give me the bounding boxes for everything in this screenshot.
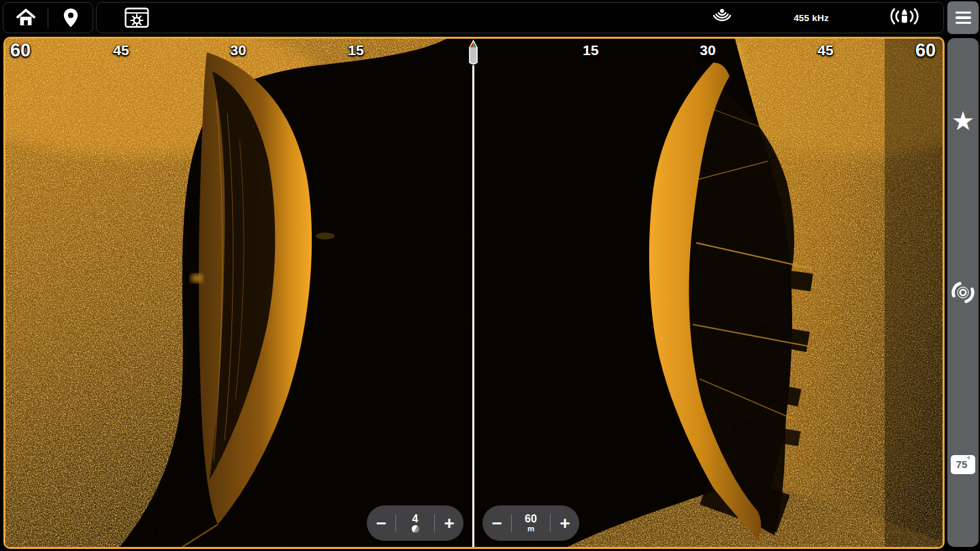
center-track-line — [472, 67, 474, 547]
favorite-waypoint-button[interactable]: ★ — [947, 107, 979, 135]
sensitivity-decrease-button[interactable]: − — [367, 506, 395, 540]
range-label-left-45: 45 — [113, 42, 129, 59]
main-toolbar-group: 455 kHz — [96, 2, 944, 33]
sonar-beam-indicator — [710, 6, 734, 29]
range-label-left-15: 15 — [348, 42, 363, 59]
top-toolbar: 455 kHz — [0, 0, 980, 35]
range-decrease-button[interactable]: − — [483, 506, 511, 540]
side-imaging-view[interactable]: 60 45 30 15 15 30 45 60 − 4 + − — [3, 37, 945, 549]
sensitivity-increase-button[interactable]: + — [435, 506, 463, 540]
sensitivity-number: 4 — [412, 514, 419, 525]
right-sidebar: ★ 75° — [947, 38, 979, 547]
spin-view-button[interactable] — [951, 280, 975, 305]
range-value: 60 m — [512, 514, 550, 533]
range-stepper: − 60 m + — [483, 505, 579, 541]
range-label-left-30: 30 — [230, 42, 246, 59]
menu-button[interactable] — [947, 1, 979, 34]
side-imaging-transducer-icon — [885, 5, 924, 27]
degree-symbol: ° — [967, 455, 970, 465]
home-icon — [16, 8, 36, 27]
range-label-right-30: 30 — [700, 42, 715, 59]
sonar-settings-icon — [125, 7, 149, 28]
sonar-settings-button[interactable] — [116, 3, 158, 33]
temperature-value: 75 — [956, 455, 968, 473]
range-number: 60 — [525, 514, 537, 525]
range-label-right-45: 45 — [817, 42, 833, 59]
sensitivity-value: 4 — [396, 514, 434, 533]
spin-view-icon — [951, 280, 975, 305]
sonar-unit-screen: 455 kHz ★ — [0, 0, 980, 551]
home-button[interactable] — [3, 3, 48, 33]
nav-button-group — [3, 2, 93, 33]
sonar-beam-icon — [710, 6, 734, 27]
boat-icon — [466, 39, 480, 69]
waypoint-icon — [63, 7, 79, 28]
range-label-right-15: 15 — [583, 42, 598, 59]
range-increase-button[interactable]: + — [551, 506, 579, 540]
temperature-badge: 75° — [951, 455, 975, 474]
side-imaging-indicator — [885, 5, 924, 30]
frequency-readout: 455 kHz — [779, 3, 844, 33]
range-unit: m — [527, 524, 534, 533]
contrast-icon — [412, 525, 419, 533]
star-icon: ★ — [951, 107, 975, 135]
sensitivity-stepper: − 4 + — [367, 505, 463, 541]
waypoint-button[interactable] — [48, 3, 93, 33]
range-label-left-60: 60 — [10, 40, 31, 61]
range-label-right-60: 60 — [915, 40, 936, 61]
